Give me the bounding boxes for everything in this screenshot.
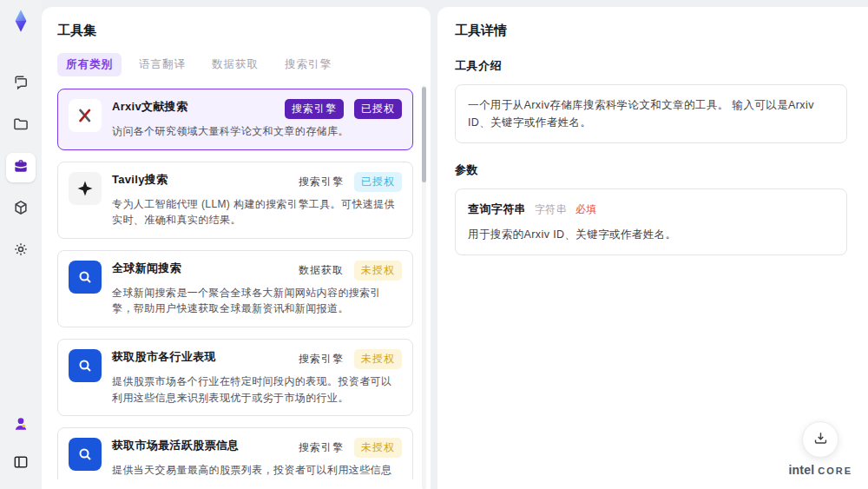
- category-label: 搜索引擎: [299, 440, 344, 455]
- tool-description: 专为人工智能代理 (LLM) 构建的搜索引擎工具。可快速提供实时、准确和真实的结…: [112, 196, 402, 228]
- user-avatar[interactable]: [6, 411, 36, 440]
- news-search-icon: [69, 261, 102, 294]
- tool-title: 全球新闻搜索: [112, 261, 181, 276]
- gear-icon: [12, 241, 30, 261]
- tavily-star-icon: [69, 172, 102, 205]
- category-badge: 搜索引擎: [285, 99, 344, 119]
- sidebar-item-settings[interactable]: [6, 236, 36, 266]
- left-rail: [0, 0, 42, 489]
- status-badge: 未授权: [354, 349, 402, 369]
- tool-card-sector-performance[interactable]: 获取股市各行业表现 搜索引擎 未授权 提供股票市场各个行业在特定时间段内的表现。…: [57, 339, 413, 416]
- intel-wordmark: intel: [788, 463, 814, 477]
- status-badge: 已授权: [354, 99, 402, 119]
- intro-text: 一个用于从Arxiv存储库搜索科学论文和文章的工具。 输入可以是Arxiv ID…: [468, 99, 814, 129]
- tool-description: 提供股票市场各个行业在特定时间段内的表现。投资者可以利用这些信息来识别表现优于或…: [112, 373, 402, 406]
- sidebar-item-chat[interactable]: [6, 69, 36, 99]
- param-name: 查询字符串: [468, 202, 526, 215]
- tool-card-arxiv[interactable]: Arxiv文献搜索 搜索引擎 已授权 访问各个研究领域大量科学论文和文章的存储库…: [57, 89, 413, 150]
- tab-language-translation[interactable]: 语言翻译: [130, 53, 194, 76]
- sidebar-item-models[interactable]: [6, 195, 36, 224]
- avatar-icon: [12, 415, 30, 436]
- param-required-badge: 必填: [575, 203, 597, 215]
- tool-title: 获取市场最活跃股票信息: [112, 438, 239, 453]
- param-box: 查询字符串 字符串 必填 用于搜索的Arxiv ID、关键字或作者姓名。: [455, 188, 847, 255]
- param-header: 查询字符串 字符串 必填: [468, 201, 834, 219]
- folder-icon: [12, 116, 30, 136]
- status-badge: 未授权: [354, 438, 402, 458]
- collapse-panel-button[interactable]: [6, 449, 36, 479]
- intel-core-logo: intel CORE: [788, 463, 852, 477]
- tab-all-categories[interactable]: 所有类别: [57, 53, 122, 76]
- chat-icon: [12, 74, 30, 95]
- panel-toggle-icon: [12, 453, 30, 474]
- tool-list: Arxiv文献搜索 搜索引擎 已授权 访问各个研究领域大量科学论文和文章的存储库…: [57, 89, 425, 479]
- stock-search-icon: [69, 438, 102, 471]
- tool-title: Tavily搜索: [112, 172, 168, 188]
- download-icon: [812, 430, 829, 450]
- category-label: 搜索引擎: [299, 352, 344, 367]
- tool-title: Arxiv文献搜索: [112, 99, 187, 115]
- list-scrollbar[interactable]: [422, 85, 426, 489]
- category-label: 数据获取: [299, 263, 344, 278]
- tools-panel: 工具集 所有类别 语言翻译 数据获取 搜索引擎 Arxiv文献搜索: [42, 7, 431, 489]
- scrollbar-thumb[interactable]: [422, 87, 426, 182]
- workspace: 工具集 所有类别 语言翻译 数据获取 搜索引擎 Arxiv文献搜索: [42, 0, 868, 489]
- param-type: 字符串: [535, 203, 567, 215]
- tool-title: 获取股市各行业表现: [112, 349, 216, 365]
- app-logo-icon[interactable]: [9, 9, 33, 33]
- details-title: 工具详情: [455, 23, 847, 39]
- tool-description: 提供当天交易量最高的股票列表，投资者可以利用这些信息来识别流动性强的股票和潜在的…: [112, 462, 402, 479]
- cube-icon: [12, 199, 30, 220]
- intro-section-title: 工具介绍: [455, 58, 847, 74]
- tool-card-global-news[interactable]: 全球新闻搜索 数据获取 未授权 全球新闻搜索是一个聚合全球各大新闻网站内容的搜索…: [57, 250, 413, 327]
- sidebar-item-files[interactable]: [6, 111, 36, 141]
- category-tabs: 所有类别 语言翻译 数据获取 搜索引擎: [57, 53, 425, 76]
- stock-search-icon: [69, 349, 102, 382]
- status-badge: 未授权: [354, 261, 402, 281]
- core-wordmark: CORE: [818, 466, 852, 476]
- tool-card-most-active-stocks[interactable]: 获取市场最活跃股票信息 搜索引擎 未授权 提供当天交易量最高的股票列表，投资者可…: [57, 427, 413, 479]
- sidebar-item-tools[interactable]: [6, 153, 36, 182]
- tab-search-engine[interactable]: 搜索引擎: [276, 53, 340, 76]
- tool-details-panel: 工具详情 工具介绍 一个用于从Arxiv存储库搜索科学论文和文章的工具。 输入可…: [437, 7, 868, 489]
- tab-data-fetch[interactable]: 数据获取: [203, 53, 267, 76]
- intro-box: 一个用于从Arxiv存储库搜索科学论文和文章的工具。 输入可以是Arxiv ID…: [455, 84, 847, 143]
- toolbox-icon: [12, 157, 30, 178]
- tool-description: 访问各个研究领域大量科学论文和文章的存储库。: [112, 123, 402, 140]
- params-section-title: 参数: [455, 162, 847, 178]
- tool-card-tavily[interactable]: Tavily搜索 搜索引擎 已授权 专为人工智能代理 (LLM) 构建的搜索引擎…: [57, 162, 413, 239]
- arxiv-logo-icon: [69, 99, 102, 132]
- download-button[interactable]: [802, 421, 838, 458]
- status-badge: 已授权: [354, 172, 402, 192]
- page-title: 工具集: [57, 23, 425, 39]
- tool-description: 全球新闻搜索是一个聚合全球各大新闻网站内容的搜索引擎，帮助用户快速获取全球最新资…: [112, 285, 402, 317]
- corner-widgets: intel CORE: [788, 421, 852, 477]
- param-description: 用于搜索的Arxiv ID、关键字或作者姓名。: [468, 226, 834, 243]
- category-label: 搜索引擎: [299, 175, 344, 189]
